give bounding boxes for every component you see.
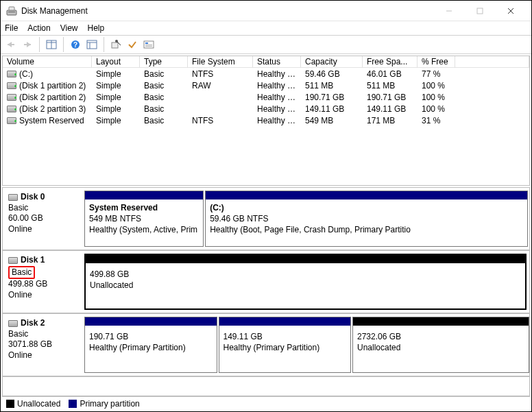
svg-rect-7 <box>8 44 14 45</box>
partition-cap <box>219 317 351 326</box>
refresh-button[interactable] <box>108 37 123 52</box>
disk-name: Disk 0 <box>21 192 45 202</box>
col-type[interactable]: Type <box>140 56 188 67</box>
properties-button[interactable] <box>141 37 156 52</box>
settings-button[interactable] <box>84 37 99 52</box>
titlebar: Disk Management <box>1 1 531 21</box>
col-free[interactable]: Free Spa... <box>363 56 418 67</box>
disk-row: Disk 1Basic499.88 GBOnline499.88 GBUnall… <box>3 251 529 314</box>
close-button[interactable] <box>495 1 526 21</box>
volume-layout: Simple <box>92 116 140 125</box>
volume-row[interactable]: System ReservedSimpleBasicNTFSHealthy (S… <box>3 114 529 126</box>
help-button[interactable]: ? <box>68 37 83 52</box>
partition-status: Unallocated <box>90 280 521 291</box>
partition[interactable]: System Reserved549 MB NTFSHealthy (Syste… <box>84 191 204 247</box>
volume-free: 149.11 GB <box>363 104 418 114</box>
disk-type: Basic <box>8 203 28 213</box>
volume-status: Healthy (S... <box>253 116 301 125</box>
disk-size: 499.88 GB <box>8 279 76 290</box>
volume-name: (C:) <box>19 69 33 79</box>
volume-row[interactable]: (C:)SimpleBasicNTFSHealthy (B...59.46 GB… <box>3 68 529 80</box>
partition-cap <box>353 317 529 326</box>
window-title: Disk Management <box>21 6 88 16</box>
volume-name: (Disk 2 partition 3) <box>19 104 86 114</box>
partition-label: System Reserved <box>89 202 199 213</box>
disk-size: 3071.88 GB <box>8 339 76 350</box>
back-button[interactable] <box>3 37 19 52</box>
volume-icon <box>7 94 16 101</box>
volume-fs: NTFS <box>188 116 253 125</box>
partition[interactable]: (C:)59.46 GB NTFSHealthy (Boot, Page Fil… <box>205 191 528 247</box>
partition-cap <box>206 191 527 199</box>
disk-state: Online <box>8 224 76 235</box>
volume-table-header: Volume Layout Type File System Status Ca… <box>3 56 529 68</box>
legend: Unallocated Primary partition <box>2 396 530 410</box>
volume-status: Healthy (B... <box>253 69 301 79</box>
disk-icon <box>8 194 18 201</box>
volume-row[interactable]: (Disk 2 partition 2)SimpleBasicHealthy (… <box>3 91 529 103</box>
disk-graphical-view: Disk 0Basic60.00 GBOnlineSystem Reserved… <box>2 187 530 396</box>
col-fs[interactable]: File System <box>188 56 253 67</box>
partition-size: 149.11 GB <box>223 331 347 342</box>
col-status[interactable]: Status <box>253 56 301 67</box>
volume-free: 46.01 GB <box>363 69 418 79</box>
menu-help[interactable]: Help <box>88 23 105 33</box>
volume-capacity: 59.46 GB <box>301 69 363 79</box>
partition-status: Unallocated <box>357 342 524 353</box>
partition[interactable]: 190.71 GBHealthy (Primary Partition) <box>84 317 217 373</box>
svg-rect-20 <box>145 43 148 44</box>
partition-size: 59.46 GB NTFS <box>210 213 523 224</box>
maximize-button[interactable] <box>464 1 495 21</box>
svg-text:?: ? <box>73 41 77 49</box>
col-volume[interactable]: Volume <box>3 56 92 67</box>
disk-management-icon <box>6 5 17 16</box>
apply-icon[interactable] <box>125 37 140 52</box>
disk-info[interactable]: Disk 1Basic499.88 GBOnline <box>3 251 82 313</box>
svg-point-18 <box>115 40 118 43</box>
volume-type: Basic <box>140 93 188 102</box>
col-pct[interactable]: % Free <box>418 56 455 67</box>
volume-icon <box>7 71 16 77</box>
menu-file[interactable]: File <box>5 23 18 33</box>
partition-size: 499.88 GB <box>90 269 521 280</box>
menu-action[interactable]: Action <box>27 23 50 33</box>
disk-info[interactable]: Disk 2Basic3071.88 GBOnline <box>3 314 82 376</box>
col-capacity[interactable]: Capacity <box>301 56 363 67</box>
volume-name: (Disk 2 partition 2) <box>19 93 86 102</box>
partition[interactable]: 149.11 GBHealthy (Primary Partition) <box>219 317 352 373</box>
toolbar: ? <box>1 35 531 54</box>
forward-button[interactable] <box>20 37 35 52</box>
disk-state: Online <box>8 290 76 301</box>
view-list-button[interactable] <box>44 37 59 52</box>
volume-status: Healthy (P... <box>253 104 301 114</box>
menubar: File Action View Help <box>1 21 531 35</box>
legend-primary: Primary partition <box>69 399 139 409</box>
svg-rect-17 <box>112 43 118 48</box>
volume-row[interactable]: (Disk 1 partition 2)SimpleBasicRAWHealth… <box>3 80 529 91</box>
disk-info[interactable]: Disk 0Basic60.00 GBOnline <box>3 188 82 250</box>
partition-size: 190.71 GB <box>89 331 213 342</box>
svg-rect-21 <box>145 45 152 45</box>
partition-cap <box>85 191 203 199</box>
partition-label: (C:) <box>210 202 523 213</box>
partition-size: 2732.06 GB <box>357 331 524 342</box>
volume-pct: 100 % <box>418 93 455 102</box>
partition-cap <box>86 255 525 263</box>
disk-icon <box>8 320 18 327</box>
volume-row[interactable]: (Disk 2 partition 3)SimpleBasicHealthy (… <box>3 103 529 114</box>
partition-status: Healthy (Boot, Page File, Crash Dump, Pr… <box>210 224 523 235</box>
disk-state: Online <box>8 350 76 361</box>
volume-status: Healthy (P... <box>253 93 301 102</box>
volume-type: Basic <box>140 81 188 90</box>
col-layout[interactable]: Layout <box>92 56 140 67</box>
partition[interactable]: 2732.06 GBUnallocated <box>352 317 529 373</box>
volume-status: Healthy (P... <box>253 81 301 90</box>
minimize-button[interactable] <box>433 1 464 21</box>
menu-view[interactable]: View <box>60 23 78 33</box>
volume-icon <box>7 106 16 112</box>
partition[interactable]: 499.88 GBUnallocated <box>84 254 527 310</box>
volume-icon <box>7 82 16 89</box>
volume-capacity: 149.11 GB <box>301 104 363 114</box>
disk-name: Disk 1 <box>21 255 45 265</box>
volume-type: Basic <box>140 116 188 125</box>
